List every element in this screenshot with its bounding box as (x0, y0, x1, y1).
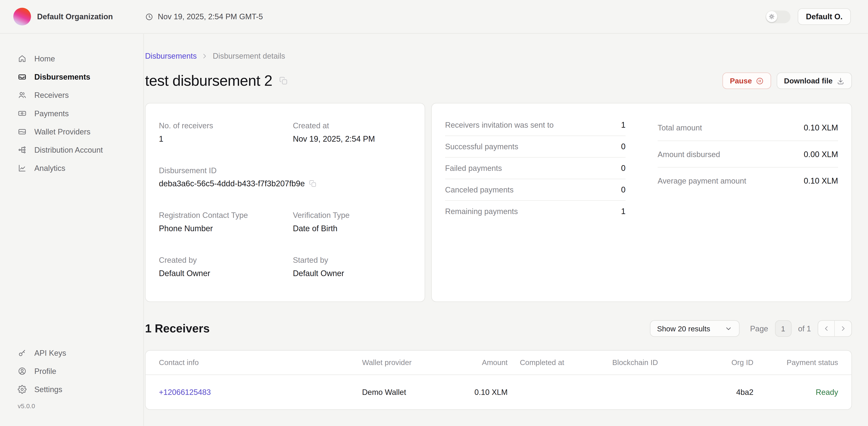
chevron-right-icon (201, 52, 208, 60)
org-logo (13, 8, 31, 26)
users-icon (18, 90, 27, 99)
download-icon (836, 77, 845, 85)
wallet-icon (18, 127, 27, 136)
topbar-actions: Default O. (766, 8, 851, 25)
main-content: Disbursements Disbursement details test … (144, 34, 868, 426)
cell-amount: 0.10 XLM (443, 388, 507, 397)
sidebar-item-label: Settings (34, 385, 62, 394)
network-icon (18, 145, 27, 154)
sidebar-item-home[interactable]: Home (0, 49, 144, 67)
pagination-controls: Show 20 results Page of 1 (650, 320, 852, 337)
page-of-label: of 1 (798, 324, 811, 333)
column-completed-at: Completed at (520, 358, 612, 367)
field-created-at: Created at Nov 19, 2025, 2:54 PM (293, 121, 411, 143)
user-circle-icon (18, 366, 27, 375)
stat-remaining-payments: Remaining payments 1 (445, 201, 626, 222)
cell-org-id: 4ba2 (704, 388, 753, 397)
sidebar-item-label: Wallet Providers (34, 127, 91, 136)
sidebar-item-label: Payments (34, 109, 69, 118)
pager-buttons (817, 320, 852, 337)
sidebar-item-label: Home (34, 54, 55, 63)
sidebar-item-analytics[interactable]: Analytics (0, 159, 144, 177)
download-file-button[interactable]: Download file (777, 72, 852, 89)
receiver-contact-link[interactable]: +12066125483 (159, 388, 211, 397)
next-page-button[interactable] (835, 321, 851, 336)
receivers-title: 1 Receivers (145, 322, 210, 335)
page-label: Page (750, 324, 768, 333)
app-window: Default Organization Nov 19, 2025, 2:54 … (0, 0, 868, 426)
breadcrumb: Disbursements Disbursement details (145, 52, 852, 60)
page-number-input[interactable] (775, 320, 791, 337)
stat-invitations-sent: Receivers invitation was sent to 1 (445, 114, 626, 136)
column-org-id: Org ID (704, 358, 753, 367)
stat-amount-disbursed: Amount disbursed 0.00 XLM (657, 141, 838, 167)
chart-line-icon (18, 163, 27, 172)
payment-amounts: Total amount 0.10 XLM Amount disbursed 0… (657, 114, 838, 291)
sidebar-item-profile[interactable]: Profile (0, 362, 144, 380)
payment-counters: Receivers invitation was sent to 1 Succe… (445, 114, 626, 291)
payment-status-badge: Ready (816, 388, 838, 397)
sidebar-footer-nav: API Keys Profile Settings (0, 343, 144, 398)
sidebar-item-label: Profile (34, 366, 56, 375)
chevron-down-icon (724, 325, 733, 332)
download-button-label: Download file (784, 77, 833, 85)
cell-wallet-provider: Demo Wallet (362, 388, 443, 397)
stat-successful-payments: Successful payments 0 (445, 136, 626, 158)
receivers-table: Contact info Wallet provider Amount Comp… (145, 350, 852, 410)
breadcrumb-current: Disbursement details (213, 52, 285, 60)
field-verification-type: Verification Type Date of Birth (293, 211, 411, 233)
account-button[interactable]: Default O. (798, 8, 851, 25)
pause-button-label: Pause (730, 77, 752, 85)
gear-icon (18, 385, 27, 394)
disbursement-details-card: No. of receivers 1 Created at Nov 19, 20… (145, 103, 425, 302)
sidebar-nav: Home Disbursements Receivers Payments Wa… (0, 49, 144, 177)
field-created-by: Created by Default Owner (159, 256, 293, 277)
column-contact-info: Contact info (159, 358, 362, 367)
sidebar-item-label: Receivers (34, 90, 69, 99)
app-version: v5.0.0 (18, 403, 144, 409)
org-identity: Default Organization (13, 8, 145, 26)
stat-average-payment-amount: Average payment amount 0.10 XLM (657, 168, 838, 194)
key-icon (18, 348, 27, 357)
field-no-of-receivers: No. of receivers 1 (159, 121, 293, 143)
sidebar: Home Disbursements Receivers Payments Wa… (0, 34, 144, 426)
pause-circle-icon (756, 77, 764, 85)
sidebar-item-label: API Keys (34, 348, 66, 357)
current-datetime: Nov 19, 2025, 2:54 PM GMT-5 (145, 12, 263, 21)
table-row: +12066125483 Demo Wallet 0.10 XLM 4ba2 R… (146, 375, 851, 409)
sidebar-item-distribution-account[interactable]: Distribution Account (0, 140, 144, 159)
stat-failed-payments: Failed payments 0 (445, 158, 626, 179)
show-results-select[interactable]: Show 20 results (650, 320, 739, 337)
sidebar-item-payments[interactable]: Payments (0, 104, 144, 122)
column-wallet-provider: Wallet provider (362, 358, 443, 367)
previous-page-button[interactable] (818, 321, 835, 336)
sidebar-item-label: Disbursements (34, 72, 90, 81)
payment-stats-card: Receivers invitation was sent to 1 Succe… (431, 103, 852, 302)
table-header-row: Contact info Wallet provider Amount Comp… (146, 351, 851, 375)
column-amount: Amount (443, 358, 507, 367)
copy-id-icon[interactable] (309, 180, 317, 188)
title-row: test disbursement 2 Pause Download file (145, 71, 852, 90)
sidebar-item-receivers[interactable]: Receivers (0, 86, 144, 104)
stat-canceled-payments: Canceled payments 0 (445, 179, 626, 201)
copy-title-icon[interactable] (279, 76, 288, 85)
sun-icon (766, 11, 777, 22)
sidebar-item-disbursements[interactable]: Disbursements (0, 68, 144, 86)
home-icon (18, 54, 27, 63)
breadcrumb-link-disbursements[interactable]: Disbursements (145, 52, 197, 60)
stat-total-amount: Total amount 0.10 XLM (657, 114, 838, 141)
sidebar-item-settings[interactable]: Settings (0, 380, 144, 398)
sidebar-item-wallet-providers[interactable]: Wallet Providers (0, 122, 144, 140)
pause-button[interactable]: Pause (723, 72, 771, 89)
datetime-text: Nov 19, 2025, 2:54 PM GMT-5 (158, 12, 263, 21)
field-started-by: Started by Default Owner (293, 256, 411, 277)
sidebar-item-api-keys[interactable]: API Keys (0, 343, 144, 362)
show-results-label: Show 20 results (657, 324, 710, 333)
page-title: test disbursement 2 (145, 71, 272, 90)
receivers-section-header: 1 Receivers Show 20 results Page of 1 (145, 320, 852, 337)
banknote-icon (18, 109, 27, 118)
top-bar: Default Organization Nov 19, 2025, 2:54 … (0, 0, 868, 34)
sidebar-item-label: Distribution Account (34, 145, 103, 154)
theme-toggle[interactable] (766, 10, 790, 23)
field-disbursement-id: Disbursement ID deba3a6c-56c5-4ddd-b433-… (159, 166, 411, 188)
